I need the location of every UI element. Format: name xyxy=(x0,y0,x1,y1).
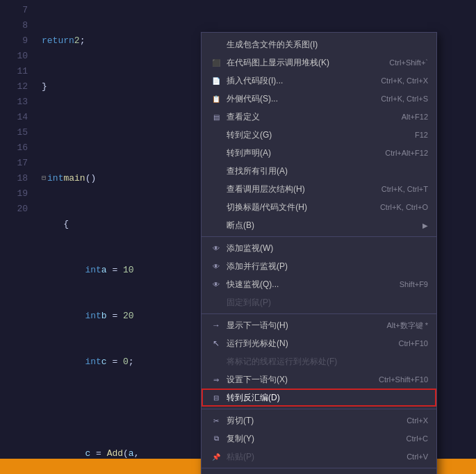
menu-label-cut: 剪切(T) xyxy=(227,415,393,427)
toggle-header-icon xyxy=(210,201,222,213)
menu-item-quick-watch[interactable]: 👁 快速监视(Q)... Shift+F9 xyxy=(202,275,436,293)
menu-item-add-parallel-watch[interactable]: 👁 添加并行监视(P) xyxy=(202,257,436,275)
thread-cursor-icon xyxy=(210,355,222,368)
cut-icon: ✂ xyxy=(210,414,222,427)
menu-item-run-thread-cursor[interactable]: 将标记的线程运行到光标处(F) xyxy=(202,352,436,370)
menu-item-copy[interactable]: ⧉ 复制(Y) Ctrl+C xyxy=(202,430,436,448)
menu-label-paste: 粘贴(P) xyxy=(227,451,393,463)
menu-item-fix-addr[interactable]: 固定到鼠(P) xyxy=(202,293,436,311)
menu-shortcut-peek-def: Alt+F12 xyxy=(402,113,428,121)
menu-label-quick-watch: 快速监视(Q)... xyxy=(227,279,386,291)
run-cursor-icon: ↖ xyxy=(210,337,222,350)
menu-item-breakpoint[interactable]: 断点(B) ▶ xyxy=(202,216,436,234)
menu-label-set-next-stmt: 设置下一语句(X) xyxy=(227,374,365,386)
line-num-10: 10 xyxy=(17,49,28,64)
parallel-watch-icon: 👁 xyxy=(210,260,222,272)
menu-item-peek-def[interactable]: ▤ 查看定义 Alt+F12 xyxy=(202,108,436,126)
next-stmt-icon: → xyxy=(210,319,222,332)
menu-label-peek-def: 查看定义 xyxy=(227,111,388,123)
set-next-stmt-icon: ⇒ xyxy=(210,373,222,386)
menu-label-find-refs: 查找所有引用(A) xyxy=(227,165,428,177)
menu-item-paste[interactable]: 📌 粘贴(P) Ctrl+V xyxy=(202,448,436,466)
menu-shortcut-goto-def: F12 xyxy=(415,131,428,139)
breakpoint-arrow-icon: ▶ xyxy=(422,222,428,229)
menu-label-run-thread-cursor: 将标记的线程运行到光标处(F) xyxy=(227,356,428,368)
menu-item-cut[interactable]: ✂ 剪切(T) Ctrl+X xyxy=(202,411,436,430)
breakpoint-icon xyxy=(210,219,222,231)
menu-item-call-hier[interactable]: 查看调用层次结构(H) Ctrl+K, Ctrl+T xyxy=(202,180,436,198)
menu-shortcut-insert-snippet: Ctrl+K, Ctrl+X xyxy=(381,76,428,85)
line-num-8: 8 xyxy=(22,18,28,33)
line-num-16: 16 xyxy=(17,140,28,156)
menu-shortcut-quick-watch: Shift+F9 xyxy=(400,280,428,288)
goto-decl-icon xyxy=(210,147,222,159)
call-stack-icon: ⬛ xyxy=(210,56,222,69)
fix-addr-icon xyxy=(210,296,222,309)
menu-item-outline[interactable]: 大纲显示(L) ▶ xyxy=(202,471,436,474)
menu-item-surround-with[interactable]: 📋 外侧代码(S)... Ctrl+K, Ctrl+S xyxy=(202,90,436,108)
menu-shortcut-set-next-stmt: Ctrl+Shift+F10 xyxy=(379,375,428,384)
menu-label-goto-disasm: 转到反汇编(D) xyxy=(227,392,428,404)
line-num-17: 17 xyxy=(17,156,28,171)
line-numbers: 7 8 9 10 11 12 13 14 15 16 17 18 19 20 xyxy=(0,0,33,459)
disasm-icon: ⊟ xyxy=(210,391,222,404)
line-num-11: 11 xyxy=(17,64,28,79)
menu-shortcut-call-hier: Ctrl+K, Ctrl+T xyxy=(381,185,428,193)
call-hier-icon xyxy=(210,183,222,195)
menu-shortcut-copy: Ctrl+C xyxy=(407,434,428,443)
menu-label-add-watch: 添加监视(W) xyxy=(227,243,428,254)
menu-label-fix-addr: 固定到鼠(P) xyxy=(227,297,428,309)
line-num-15: 15 xyxy=(17,125,28,140)
menu-item-find-refs[interactable]: 查找所有引用(A) xyxy=(202,162,436,180)
gen-include-icon xyxy=(210,38,222,51)
separator-2 xyxy=(202,313,436,314)
menu-item-goto-decl[interactable]: 转到声明(A) Ctrl+Alt+F12 xyxy=(202,144,436,162)
goto-def-icon xyxy=(210,129,222,141)
menu-label-breakpoint: 断点(B) xyxy=(227,220,420,231)
separator-1 xyxy=(202,236,436,237)
line-num-14: 14 xyxy=(17,110,28,125)
line-num-9: 9 xyxy=(22,33,28,49)
line-num-12: 12 xyxy=(17,79,28,95)
menu-label-copy: 复制(Y) xyxy=(227,433,393,445)
context-menu: 生成包含文件的关系图(I) ⬛ 在代码图上显示调用堆栈(K) Ctrl+Shif… xyxy=(201,32,437,474)
menu-shortcut-goto-decl: Ctrl+Alt+F12 xyxy=(385,149,428,157)
peek-def-icon: ▤ xyxy=(210,111,222,123)
menu-label-goto-def: 转到定义(G) xyxy=(227,129,401,141)
line-num-18: 18 xyxy=(17,171,28,186)
menu-item-add-watch[interactable]: 👁 添加监视(W) xyxy=(202,239,436,257)
line-num-13: 13 xyxy=(17,95,28,110)
paste-icon: 📌 xyxy=(210,450,222,463)
menu-item-show-call-stack[interactable]: ⬛ 在代码图上显示调用堆栈(K) Ctrl+Shift+` xyxy=(202,54,436,72)
menu-label-show-call-stack: 在代码图上显示调用堆栈(K) xyxy=(227,57,375,69)
menu-item-gen-include[interactable]: 生成包含文件的关系图(I) xyxy=(202,35,436,54)
separator-3 xyxy=(202,409,436,409)
menu-label-add-parallel-watch: 添加并行监视(P) xyxy=(227,261,428,272)
code-editor: 7 8 9 10 11 12 13 14 15 16 17 18 19 20 r… xyxy=(0,0,476,474)
menu-item-goto-def[interactable]: 转到定义(G) F12 xyxy=(202,126,436,144)
menu-shortcut-toggle-header: Ctrl+K, Ctrl+O xyxy=(380,203,428,211)
menu-item-set-next-stmt[interactable]: ⇒ 设置下一语句(X) Ctrl+Shift+F10 xyxy=(202,370,436,389)
menu-label-goto-decl: 转到声明(A) xyxy=(227,147,371,159)
menu-label-run-to-cursor: 运行到光标处(N) xyxy=(227,338,385,350)
watch-icon: 👁 xyxy=(210,242,222,254)
menu-label-next-stmt: 显示下一语句(H) xyxy=(227,320,372,332)
menu-item-toggle-header[interactable]: 切换标题/代码文件(H) Ctrl+K, Ctrl+O xyxy=(202,198,436,216)
snippet2-icon: 📋 xyxy=(210,92,222,105)
menu-shortcut-run-to-cursor: Ctrl+F10 xyxy=(399,339,429,348)
line-num-19: 19 xyxy=(17,186,28,202)
line-num-7: 7 xyxy=(22,3,28,18)
menu-shortcut-next-stmt: Alt+数字键 * xyxy=(386,320,428,331)
menu-shortcut-paste: Ctrl+V xyxy=(407,452,428,461)
quick-watch-icon: 👁 xyxy=(210,278,222,291)
menu-item-goto-disasm[interactable]: ⊟ 转到反汇编(D) xyxy=(202,389,436,407)
menu-item-insert-snippet[interactable]: 📄 插入代码段(I)... Ctrl+K, Ctrl+X xyxy=(202,72,436,90)
menu-item-next-stmt[interactable]: → 显示下一语句(H) Alt+数字键 * xyxy=(202,316,436,334)
menu-shortcut-show-call-stack: Ctrl+Shift+` xyxy=(389,58,428,67)
menu-item-run-to-cursor[interactable]: ↖ 运行到光标处(N) Ctrl+F10 xyxy=(202,334,436,352)
line-num-20: 20 xyxy=(17,202,28,217)
menu-shortcut-cut: Ctrl+X xyxy=(407,416,428,425)
menu-label-insert-snippet: 插入代码段(I)... xyxy=(227,75,367,87)
menu-shortcut-surround-with: Ctrl+K, Ctrl+S xyxy=(381,95,428,103)
copy-icon: ⧉ xyxy=(210,432,222,445)
